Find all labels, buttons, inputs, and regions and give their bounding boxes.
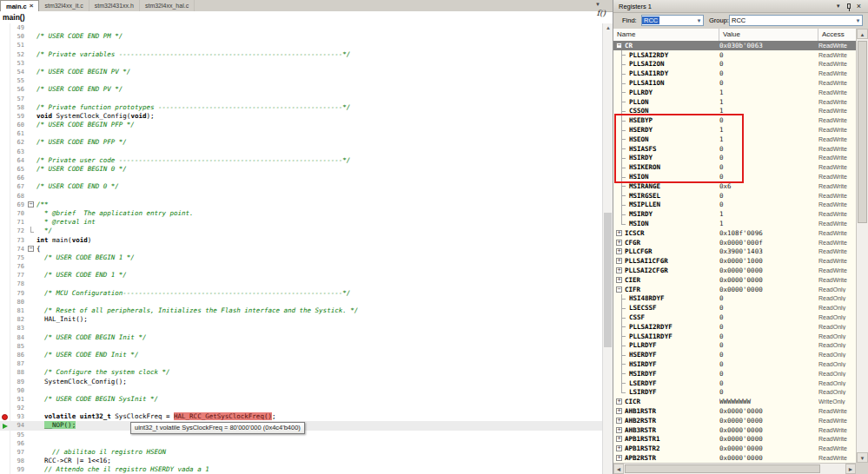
breakpoint-margin[interactable] <box>0 23 10 32</box>
register-value[interactable]: 0 <box>719 304 818 312</box>
breakpoint-margin[interactable] <box>0 315 10 324</box>
code-text[interactable]: { <box>36 245 602 253</box>
breakpoint-margin[interactable] <box>0 431 10 439</box>
collapse-icon[interactable]: − <box>616 286 622 293</box>
code-text[interactable]: HAL_Init(); <box>36 315 602 324</box>
breadcrumb[interactable]: main() <box>0 11 602 22</box>
code-text[interactable]: /* USER CODE END PFP */ <box>36 138 602 147</box>
breakpoint-margin[interactable] <box>0 182 10 191</box>
scroll-up-icon[interactable]: ▲ <box>857 29 868 39</box>
breakpoint-margin[interactable] <box>0 174 10 182</box>
breakpoint-margin[interactable] <box>0 262 10 271</box>
breakpoint-margin[interactable] <box>0 201 10 209</box>
function-list-icon[interactable]: f() <box>597 9 606 17</box>
code-text[interactable] <box>36 174 602 182</box>
register-value[interactable]: 0x6 <box>719 182 818 190</box>
register-row-PLLSAI1RDYF[interactable]: PLLSAI1RDYF0ReadOnly <box>613 332 856 341</box>
code-text[interactable] <box>36 76 602 85</box>
code-text[interactable]: // Attendo che il registro HSERDY vada a… <box>36 465 602 474</box>
register-rows[interactable]: −CR0x030b'0063ReadWritePLLSAI2RDY0ReadWr… <box>613 41 856 463</box>
scroll-down-icon[interactable]: ▼ <box>857 452 868 463</box>
register-row-PLLSAI2ON[interactable]: PLLSAI2ON0ReadWrite <box>613 60 856 69</box>
breakpoint-margin[interactable] <box>0 324 10 332</box>
register-value[interactable]: 0 <box>719 370 818 378</box>
register-row-PLLSAI1ON[interactable]: PLLSAI1ON0ReadWrite <box>613 78 856 88</box>
register-value[interactable]: 0x0000'0000 <box>719 444 818 452</box>
register-value[interactable]: 0x0000'000f <box>719 239 818 247</box>
close-panel-icon[interactable]: × <box>857 3 861 10</box>
breakpoint-margin[interactable] <box>0 76 10 85</box>
code-text[interactable] <box>36 359 602 368</box>
code-text[interactable]: void SystemClock_Config(void); <box>36 112 602 121</box>
expand-icon[interactable]: + <box>616 398 622 405</box>
breakpoint-margin[interactable] <box>0 148 10 156</box>
register-value[interactable]: 0 <box>719 341 818 349</box>
breakpoint-margin[interactable] <box>0 333 10 342</box>
register-row-MSIRGSEL[interactable]: MSIRGSEL0ReadWrite <box>613 191 856 201</box>
code-text[interactable]: RCC->CR |= 1<<16; <box>36 457 602 465</box>
code-text[interactable] <box>36 386 602 395</box>
register-row-MSIRDY[interactable]: MSIRDY1ReadWrite <box>613 209 856 219</box>
find-value[interactable]: RCC <box>642 16 659 24</box>
register-value[interactable]: 1 <box>719 89 818 96</box>
tab-stm32l4xx_it.c[interactable]: stm32l4xx_it.c <box>39 0 89 11</box>
breakpoint-icon[interactable] <box>2 414 8 420</box>
code-text[interactable] <box>36 129 602 138</box>
register-row-PLLSAI2RDY[interactable]: PLLSAI2RDY0ReadWrite <box>613 50 856 60</box>
code-text[interactable]: /* USER CODE BEGIN Init */ <box>36 333 602 342</box>
code-text[interactable] <box>36 23 602 32</box>
expand-icon[interactable]: + <box>616 436 622 442</box>
breakpoint-margin[interactable] <box>0 103 10 112</box>
register-value[interactable]: 0 <box>719 51 818 59</box>
breakpoint-margin[interactable] <box>0 421 10 430</box>
register-row-AHB3RSTR[interactable]: +AHB3RSTR0x0000'0000ReadWrite <box>613 425 856 435</box>
tab-stm32l431xx.h[interactable]: stm32l431xx.h <box>89 0 140 11</box>
breakpoint-margin[interactable] <box>0 112 10 121</box>
code-text[interactable] <box>36 95 602 103</box>
register-value[interactable]: 1 <box>719 98 818 106</box>
breakpoint-margin[interactable] <box>0 85 10 94</box>
register-value[interactable]: 0 <box>719 69 818 77</box>
code-text[interactable] <box>36 404 602 412</box>
breakpoint-margin[interactable] <box>0 227 10 235</box>
register-row-PLLSAI1CFGR[interactable]: +PLLSAI1CFGR0x0000'1000ReadWrite <box>613 256 856 266</box>
expand-icon[interactable]: + <box>616 277 622 283</box>
register-row-CIER[interactable]: +CIER0x0000'0000ReadWrite <box>613 275 856 285</box>
code-text[interactable]: // abilitao il registro HSEON <box>36 448 602 457</box>
register-value[interactable]: 1 <box>719 220 818 227</box>
register-row-PLLCFGR[interactable]: +PLLCFGR0x3900'1403ReadWrite <box>613 247 856 257</box>
combo-arrow-icon[interactable]: ▼ <box>854 18 862 23</box>
register-value[interactable]: 0x0000'0000 <box>719 286 818 293</box>
register-row-APB2RSTR[interactable]: +APB2RSTR0x0000'0000ReadWrite <box>613 453 856 463</box>
breakpoint-margin[interactable] <box>0 439 10 448</box>
register-value[interactable]: 0x0000'0000 <box>719 435 818 443</box>
code-text[interactable]: /* Reset of all peripherals, Initializes… <box>36 306 602 315</box>
tab-stm32l4xx_hal.c[interactable]: stm32l4xx_hal.c <box>140 0 195 11</box>
code-text[interactable] <box>36 280 602 288</box>
breakpoint-margin[interactable] <box>0 138 10 147</box>
fold-toggle-icon[interactable]: − <box>28 246 34 252</box>
chevron-down-icon[interactable]: ▼ <box>595 2 600 7</box>
scroll-left-icon[interactable]: ◄ <box>613 464 624 474</box>
register-value[interactable]: 0 <box>719 351 818 359</box>
breakpoint-margin[interactable] <box>0 95 10 103</box>
registers-vertical-scrollbar[interactable]: ▲ ▼ <box>856 29 868 463</box>
breakpoint-margin[interactable] <box>0 280 10 288</box>
code-text[interactable] <box>36 148 602 156</box>
find-combobox[interactable]: RCC ▼ <box>641 15 704 26</box>
register-row-CICR[interactable]: +CICRWWWWWWWWWriteOnly <box>613 397 856 406</box>
expand-icon[interactable]: + <box>616 258 622 264</box>
code-lines[interactable]: 4950/* USER CODE END PM */5152/* Private… <box>0 23 602 474</box>
register-value[interactable]: 0x0000'0000 <box>719 426 818 434</box>
register-value[interactable]: 0x0000'0000 <box>719 407 818 415</box>
expand-icon[interactable]: + <box>616 455 622 461</box>
code-text[interactable]: /* USER CODE END PV */ <box>36 85 602 94</box>
register-row-LSECSSF[interactable]: LSECSSF0ReadOnly <box>613 303 856 313</box>
register-value[interactable]: 0 <box>719 60 818 68</box>
breakpoint-margin[interactable] <box>0 129 10 138</box>
register-row-APB1RSTR2[interactable]: +APB1RSTR20x0000'0000ReadWrite <box>613 444 856 453</box>
code-text[interactable]: /* USER CODE END 1 */ <box>36 271 602 280</box>
register-row-HSIRDYF[interactable]: HSIRDYF0ReadOnly <box>613 359 856 369</box>
code-text[interactable]: __NOP(); <box>36 421 602 430</box>
code-text[interactable]: /* USER CODE BEGIN PV */ <box>36 68 602 76</box>
